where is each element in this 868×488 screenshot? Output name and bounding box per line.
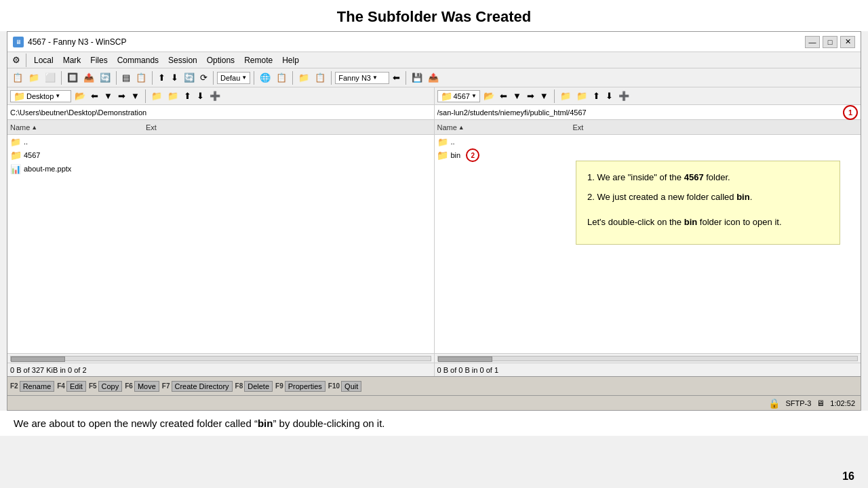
remote-nav-icon3[interactable]: ▼ — [511, 89, 524, 102]
toolbar-icon-14[interactable]: 📋 — [274, 71, 289, 84]
fkey-label-f8[interactable]: Delete — [244, 381, 273, 392]
remote-path-dropdown[interactable]: 📁 4567 ▼ — [437, 90, 480, 102]
toolbar-icon-11[interactable]: 🔄 — [182, 71, 197, 84]
local-nav-icon7[interactable]: 📁 — [165, 89, 180, 102]
dropdown-caret: ▼ — [241, 75, 247, 81]
remote-panel: Name ▲ Ext 📁 .. 📁 bin 2 — [435, 120, 861, 376]
toolbar-icon-2[interactable]: 📁 — [26, 71, 41, 84]
minimize-button[interactable]: — — [805, 36, 820, 48]
menu-mark[interactable]: Mark — [59, 54, 85, 66]
toolbar-icon-19[interactable]: 📤 — [426, 71, 441, 84]
fkey-label-f2[interactable]: Rename — [20, 381, 55, 392]
profile-dropdown[interactable]: Fanny N3 ▼ — [335, 72, 389, 84]
toolbar-icon-3[interactable]: ⬜ — [43, 71, 58, 84]
toolbar-icon-7[interactable]: ▤ — [120, 71, 132, 84]
bottom-caption: We are about to open the newly created f… — [0, 411, 868, 436]
annotation-line2: 2. We just created a new folder called b… — [587, 190, 829, 205]
toolbar-icon-10[interactable]: ⬇ — [169, 71, 180, 84]
toolbar-icon-8[interactable]: 📋 — [134, 71, 149, 84]
menu-session[interactable]: Session — [164, 54, 201, 66]
toolbar-icon-4[interactable]: 🔲 — [65, 71, 80, 84]
menu-local[interactable]: Local — [30, 54, 58, 66]
toolbar-icon-1[interactable]: 📋 — [10, 71, 25, 84]
local-nav-icon1[interactable]: 📂 — [73, 89, 87, 102]
local-nav-icon3[interactable]: ▼ — [102, 89, 115, 102]
fkey-num-f8: F8 — [235, 382, 243, 390]
local-nav-icon4[interactable]: ➡ — [116, 89, 127, 102]
list-item[interactable]: 📁 .. — [435, 135, 861, 148]
fkey-label-f7[interactable]: Create Directory — [172, 381, 233, 392]
fkey-f2[interactable]: F2 Rename — [10, 381, 54, 392]
parent-folder-icon: 📁 — [10, 136, 21, 147]
fkey-f4[interactable]: F4 Edit — [57, 381, 86, 392]
toolbar-sep5 — [254, 71, 254, 85]
page-title: The Subfolder Was Created — [0, 0, 868, 31]
remote-col-ext[interactable]: Ext — [573, 123, 584, 131]
list-item[interactable]: 📁 .. — [7, 135, 434, 148]
fkey-f8[interactable]: F8 Delete — [235, 381, 273, 392]
toolbar-icon-17[interactable]: ⬅ — [391, 71, 402, 84]
local-path-input[interactable] — [10, 108, 431, 117]
local-nav-icon5[interactable]: ▼ — [129, 89, 142, 102]
list-item[interactable]: 📊 about-me.pptx — [7, 162, 434, 176]
remote-nav-icon6[interactable]: 📁 — [558, 89, 573, 102]
local-hscroll[interactable] — [7, 353, 434, 363]
menu-files[interactable]: Files — [86, 54, 111, 66]
list-item[interactable]: 📁 bin 2 — [435, 148, 861, 162]
toolbar-icon-5[interactable]: 📤 — [81, 71, 96, 84]
toolbar-icon-12[interactable]: ⟳ — [198, 71, 210, 84]
menu-help[interactable]: Help — [278, 54, 303, 66]
local-col-name[interactable]: Name ▲ — [10, 123, 146, 131]
menu-commands[interactable]: Commands — [113, 54, 163, 66]
network-icon: 🖥 — [816, 399, 825, 408]
remote-nav-icon1[interactable]: 📂 — [481, 89, 496, 102]
toolbar-icon-16[interactable]: 📋 — [313, 71, 328, 84]
maximize-button[interactable]: □ — [823, 36, 837, 48]
remote-scroll-thumb[interactable] — [438, 357, 492, 362]
fkey-label-f9[interactable]: Properties — [285, 381, 326, 392]
toolbar-icon-18[interactable]: 💾 — [410, 71, 425, 84]
remote-hscroll[interactable] — [435, 353, 861, 363]
folder-icon: 📁 — [10, 150, 21, 161]
fkey-f6[interactable]: F6 Move — [125, 381, 159, 392]
local-nav-icon8[interactable]: ⬆ — [182, 89, 193, 102]
remote-nav-icon9[interactable]: ⬇ — [604, 89, 615, 102]
remote-nav-icon8[interactable]: ⬆ — [591, 89, 602, 102]
menu-remote[interactable]: Remote — [240, 54, 277, 66]
local-scroll-thumb[interactable] — [11, 357, 65, 362]
toolbar-icon-13[interactable]: 🌐 — [258, 71, 273, 84]
remote-nav-icon7[interactable]: 📁 — [574, 89, 589, 102]
toolbar-icon-15[interactable]: 📁 — [296, 71, 311, 84]
fkey-label-f5[interactable]: Copy — [98, 381, 123, 392]
remote-nav-icon4[interactable]: ➡ — [525, 89, 536, 102]
toolbar-icon-6[interactable]: 🔄 — [98, 71, 113, 84]
local-col-ext[interactable]: Ext — [146, 123, 157, 131]
local-col-headers: Name ▲ Ext — [7, 120, 434, 135]
local-nav-icon2[interactable]: ⬅ — [89, 89, 100, 102]
remote-nav-icon10[interactable]: ➕ — [616, 89, 631, 102]
remote-path-input[interactable] — [437, 108, 841, 117]
settings-icon[interactable]: ⚙ — [10, 54, 22, 66]
local-path-dropdown[interactable]: 📁 Desktop ▼ — [10, 90, 71, 102]
fkey-label-f10[interactable]: Quit — [341, 381, 361, 392]
fkey-f5[interactable]: F5 Copy — [89, 381, 122, 392]
fkey-label-f4[interactable]: Edit — [66, 381, 86, 392]
fkey-f9[interactable]: F9 Properties — [275, 381, 326, 392]
title-bar: 🖥 4567 - Fanny N3 - WinSCP — □ ✕ — [7, 32, 861, 52]
fkey-f10[interactable]: F10 Quit — [328, 381, 361, 392]
remote-nav-icon2[interactable]: ⬅ — [498, 89, 509, 102]
menu-options[interactable]: Options — [203, 54, 239, 66]
local-nav-icon6[interactable]: 📁 — [149, 89, 164, 102]
local-nav-icon9[interactable]: ⬇ — [195, 89, 206, 102]
default-dropdown[interactable]: Defau ▼ — [217, 72, 250, 84]
remote-col-name[interactable]: Name ▲ — [437, 123, 573, 131]
local-nav-icon10[interactable]: ➕ — [208, 89, 222, 102]
remote-nav-icon5[interactable]: ▼ — [538, 89, 551, 102]
toolbar-icon-9[interactable]: ⬆ — [156, 71, 167, 84]
close-button[interactable]: ✕ — [840, 36, 855, 48]
list-item[interactable]: 📁 4567 — [7, 148, 434, 162]
fkey-label-f6[interactable]: Move — [134, 381, 159, 392]
protocol-label: SFTP-3 — [785, 399, 811, 407]
fkey-f7[interactable]: F7 Create Directory — [162, 381, 233, 392]
folder-badge-2: 2 — [466, 148, 479, 162]
